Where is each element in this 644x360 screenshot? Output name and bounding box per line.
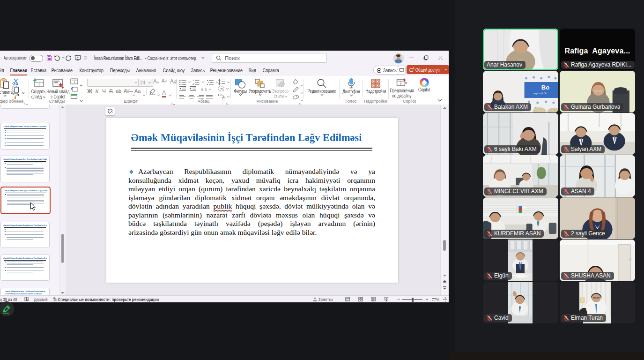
accessibility-button[interactable]: Специальные возможности: проверьте реком… bbox=[52, 296, 159, 302]
section-chevron[interactable] bbox=[80, 96, 83, 104]
font-color-button[interactable]: А bbox=[162, 88, 166, 98]
tab-вид[interactable]: Вид bbox=[248, 65, 257, 75]
paste-button[interactable]: Вставить bbox=[0, 78, 13, 97]
outdent-button[interactable] bbox=[179, 86, 186, 91]
slide-thumbnail[interactable]: Əmək Müqaviləsinin İşəgötürən Tərəfindən… bbox=[0, 255, 50, 281]
video-tile-cavid[interactable]: Cavid bbox=[483, 282, 558, 323]
tab-конструктор[interactable]: Конструктор bbox=[79, 65, 104, 75]
copilot-slide-button[interactable]: Новый слайдс Copilot bbox=[45, 78, 71, 99]
dictate-button[interactable]: Диктофон bbox=[341, 78, 362, 97]
grow-font-button[interactable]: A˄ bbox=[153, 78, 159, 85]
multilevel-button[interactable] bbox=[207, 79, 219, 85]
thumbnail-scrollbar[interactable] bbox=[59, 105, 66, 295]
minimize-button[interactable] bbox=[406, 51, 416, 65]
slide-title[interactable]: Əmək Müqaviləsinin İşçi Tərəfindən Ləğv … bbox=[104, 131, 388, 144]
tab-анимация[interactable]: Анимация bbox=[136, 65, 156, 75]
slide-thumbnail[interactable] bbox=[0, 105, 50, 109]
copilot-button[interactable]: Copilot bbox=[415, 78, 434, 92]
font-size-select[interactable]: 24 bbox=[138, 79, 153, 87]
numbering-button[interactable] bbox=[192, 79, 204, 85]
slide-thumbnail[interactable]: Əmək Müqaviləsinin İşçi Tərəfindən Ləğv … bbox=[0, 156, 50, 182]
underline-button[interactable]: Ч bbox=[102, 88, 106, 95]
saved-status[interactable]: • Сохранено в: этот компьютер bbox=[145, 51, 196, 65]
tab-вставка[interactable]: Вставка bbox=[30, 65, 47, 75]
italic-button[interactable]: К bbox=[95, 88, 99, 95]
view-reading-button[interactable] bbox=[371, 296, 376, 302]
al-just-button[interactable] bbox=[206, 93, 213, 99]
al-center-button[interactable] bbox=[188, 93, 195, 99]
al-left-button[interactable] bbox=[179, 93, 186, 99]
strikethrough-button[interactable]: S bbox=[109, 88, 113, 95]
columns-button[interactable] bbox=[200, 86, 212, 92]
avatar[interactable] bbox=[393, 53, 404, 64]
video-tile-shusha-asan[interactable]: SHUSHA ASAN bbox=[560, 240, 635, 281]
video-tile-elg-n[interactable]: Elgün bbox=[483, 240, 558, 281]
section-button[interactable] bbox=[70, 93, 78, 101]
highlight-chevron[interactable] bbox=[157, 90, 160, 98]
dialog-launcher[interactable] bbox=[171, 99, 175, 103]
maximize-button[interactable] bbox=[421, 51, 431, 65]
slide-thumbnail[interactable]: Əmək Müqaviləsinin Xitam Verilməsi Əsasl… bbox=[0, 123, 50, 150]
copy-chevron[interactable] bbox=[22, 88, 25, 96]
dialog-launcher[interactable] bbox=[226, 99, 229, 103]
canvas-scrollbar[interactable] bbox=[440, 105, 449, 295]
proofing-icon-button[interactable] bbox=[24, 296, 29, 302]
change-case-chevron[interactable] bbox=[142, 90, 146, 98]
video-tile-elman-turan[interactable]: Elman Turan bbox=[560, 282, 635, 323]
annotate-button[interactable] bbox=[0, 301, 14, 316]
tab-рецензирование[interactable]: Рецензирование bbox=[210, 65, 243, 75]
al-right-button[interactable] bbox=[197, 93, 204, 99]
text-shadow-button[interactable]: ab bbox=[116, 88, 121, 94]
highlight-button[interactable] bbox=[149, 88, 156, 97]
slide-thumbnail[interactable]: Əmək Müqaviləsinin İşəgötürən Tərəfindən… bbox=[0, 222, 50, 248]
comments-button[interactable] bbox=[398, 66, 406, 75]
video-tile-gulnara-gurbanova[interactable]: Gulnara Gurbanova bbox=[560, 71, 635, 112]
undo-button[interactable] bbox=[54, 51, 65, 65]
thumbnail-scrollbar-thumb[interactable] bbox=[61, 234, 64, 263]
video-tile-anar-hasanov[interactable]: Anar Hasanov bbox=[483, 29, 558, 70]
font-color-chevron[interactable] bbox=[169, 90, 172, 98]
autosave-toggle[interactable] bbox=[30, 55, 43, 62]
share-button[interactable]: Общий доступ bbox=[407, 65, 449, 74]
tab-справка[interactable]: Справка bbox=[262, 65, 280, 75]
slide-thumbnail[interactable]: Əmək Müqaviləsinin Tərəflərin İradəsində… bbox=[0, 288, 50, 295]
video-tile-asan-4[interactable]: ASAN 4 bbox=[560, 155, 635, 197]
video-tile-2-sayli-gence[interactable]: 2 sayli Gence bbox=[560, 197, 635, 239]
align-box-button[interactable] bbox=[218, 86, 229, 92]
view-normal-button[interactable] bbox=[345, 296, 350, 302]
indent-button[interactable] bbox=[189, 86, 197, 91]
search-box[interactable]: Поиск bbox=[212, 53, 327, 63]
tab-переходы[interactable]: Переходы bbox=[110, 65, 130, 75]
shrink-font-button[interactable]: A˅ bbox=[162, 78, 167, 83]
canvas-scrollbar-thumb[interactable] bbox=[443, 240, 446, 251]
view-sorter-button[interactable] bbox=[358, 296, 363, 302]
font-name-select[interactable] bbox=[87, 79, 140, 87]
save-button[interactable] bbox=[46, 51, 52, 65]
quick-styles-button[interactable]: Экспресс-стили bbox=[270, 78, 291, 99]
fit-slide-button[interactable] bbox=[443, 296, 447, 302]
tab-запись[interactable]: Запись bbox=[191, 65, 205, 75]
addins-button[interactable]: Надстройки bbox=[364, 78, 387, 94]
video-tile-kurdemir-asan[interactable]: KURDEMIR ASAN bbox=[483, 197, 558, 239]
zoom-slider[interactable] bbox=[402, 299, 422, 300]
layout-chevron[interactable] bbox=[80, 80, 83, 89]
tab-файл[interactable]: Файл bbox=[0, 65, 5, 75]
slide-body-text[interactable]: ❖ Azərbaycan Respublikasının diplomatik … bbox=[128, 167, 375, 237]
shape-effects-button-chevron[interactable] bbox=[300, 95, 303, 104]
line-spacing-button[interactable] bbox=[218, 79, 230, 85]
video-tile-rafiga-agayeva-rdiki[interactable]: Rafiga Agayeva... Rafiga Agayeva RDIKI..… bbox=[560, 29, 635, 70]
bullets-button[interactable] bbox=[179, 79, 191, 85]
tab-рисование[interactable]: Рисование bbox=[51, 65, 73, 75]
video-tile-salyan-axm[interactable]: Salyan AXM bbox=[560, 113, 635, 155]
video-tile-mingecevir-axm[interactable]: MINGECEVIR AXM bbox=[483, 155, 558, 197]
zoom-in-button[interactable]: + bbox=[426, 296, 428, 302]
video-tile-balak-n-axm[interactable]: Bo regional "A Balakən AXM bbox=[483, 71, 558, 112]
change-case-button[interactable]: Aa bbox=[134, 88, 141, 94]
language-button[interactable]: русский bbox=[34, 296, 48, 302]
bold-button[interactable]: Ж bbox=[87, 88, 92, 95]
editing-button[interactable]: Редактирование bbox=[306, 78, 337, 96]
tab-слайд-шоу[interactable]: Слайд-шоу bbox=[163, 65, 185, 75]
start-presentation-button[interactable] bbox=[74, 51, 81, 65]
clear-format-button[interactable]: A bbox=[170, 78, 178, 85]
slide-thumbnail-selected[interactable]: Əmək Müqaviləsinin İşçi Tərəfindən Ləğv … bbox=[0, 187, 51, 214]
